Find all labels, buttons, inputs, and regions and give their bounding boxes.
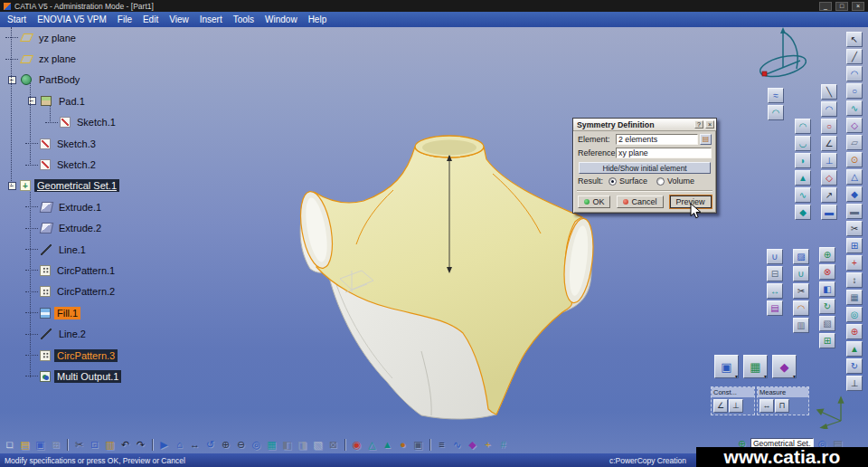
toolbar-button[interactable]: △ <box>364 437 380 452</box>
toolbar-button[interactable]: ● <box>395 437 410 452</box>
tree-item[interactable]: CircPattern.3 <box>2 345 230 366</box>
tree-item-label[interactable]: PartBody <box>36 73 82 86</box>
toolbar-button[interactable]: ▲ <box>795 170 811 186</box>
toolbar-button[interactable]: ⊗ <box>819 264 835 280</box>
tree-expander[interactable] <box>24 249 40 250</box>
toolbar-button[interactable]: ⊖ <box>233 437 249 452</box>
toolbar-button[interactable]: ▬ <box>821 205 837 220</box>
tree-item-label[interactable]: Multi Output.1 <box>54 370 121 383</box>
toolbar-button[interactable]: ◆ <box>465 437 480 452</box>
toolbar-button[interactable]: ▦ ▾ <box>743 355 768 378</box>
toolbar-button[interactable]: ≡ <box>434 437 449 452</box>
toolbar-button[interactable]: ⊙ <box>846 152 863 167</box>
toolbar-button[interactable] <box>341 437 349 452</box>
toolbar-button[interactable]: ↶ <box>118 437 133 452</box>
toolbar-button[interactable]: ◇ <box>846 118 863 133</box>
toolbar-button[interactable]: ⊡ <box>87 437 102 452</box>
tree-item-label[interactable]: CircPattern.1 <box>54 264 118 277</box>
toolbar-button[interactable]: ⊟ <box>767 266 783 281</box>
toolbar-button[interactable]: ▣ <box>33 437 48 452</box>
toolbar-button[interactable]: ◆ <box>795 205 811 220</box>
tree-expander[interactable] <box>24 355 40 356</box>
toolbar-button[interactable]: □ <box>2 437 17 452</box>
tree-item-label[interactable]: Sketch.1 <box>74 116 118 129</box>
tree-item[interactable]: Multi Output.1 <box>2 366 230 386</box>
toolbar-button[interactable]: ◠ <box>768 105 784 120</box>
chevron-down-icon[interactable]: ▾ <box>764 373 767 379</box>
toolbar-button[interactable]: ▶ <box>156 437 172 452</box>
tree-expander[interactable] <box>24 312 40 313</box>
toolbar-button[interactable]: ⌂ <box>172 437 187 452</box>
toolbar-button[interactable] <box>426 437 434 452</box>
toolbar-button[interactable]: ◗ <box>795 153 811 168</box>
toolbar-button[interactable]: ▥ <box>793 318 809 333</box>
toolbar-button[interactable]: ◆ ▾ <box>772 355 797 378</box>
tree-expander[interactable] <box>24 206 40 207</box>
tree-item-label[interactable]: yz plane <box>36 32 79 44</box>
toolbar-button[interactable]: ∿ <box>795 187 811 203</box>
toolbar-button[interactable]: ↔ <box>767 283 783 299</box>
element-input[interactable] <box>616 134 698 145</box>
compass-origin-handle[interactable] <box>762 71 767 76</box>
toolbar-button[interactable]: ╱ <box>846 49 863 64</box>
toolbar-button[interactable]: ▧ <box>310 437 326 452</box>
toolbar-button[interactable]: ○ <box>821 119 837 134</box>
surface-radio-label[interactable]: Surface <box>619 176 647 186</box>
tree-expander[interactable] <box>24 143 40 144</box>
toolbar-button[interactable]: ◇ <box>821 170 837 186</box>
toolbar-button[interactable]: ↗ <box>821 187 837 203</box>
tree-item[interactable]: Line.1 <box>2 239 230 260</box>
toolbar-button[interactable]: ◠ <box>795 119 811 134</box>
toolbar-button[interactable]: ↕ <box>846 272 863 288</box>
toolbar-button[interactable]: ∪ <box>767 249 783 264</box>
toolbar-button[interactable]: + <box>480 437 495 452</box>
menu-item[interactable]: ENOVIA V5 VPM <box>32 13 112 26</box>
toolbar-button[interactable]: # <box>495 437 511 452</box>
toolbar-button[interactable]: ▬ <box>846 204 863 219</box>
reference-input[interactable] <box>616 148 712 158</box>
toolbar-button[interactable]: ∪ <box>793 266 809 281</box>
toolbar-button[interactable]: ⊥ <box>846 376 863 391</box>
toolbar-button[interactable]: ◡ <box>795 136 811 151</box>
tree-item[interactable]: Line.2 <box>2 323 230 344</box>
tree-item[interactable]: CircPattern.1 <box>2 260 230 281</box>
tree-expander[interactable] <box>4 59 20 60</box>
compass-widget[interactable] <box>753 24 811 89</box>
tree-expander[interactable] <box>4 182 20 190</box>
tree-expander[interactable] <box>4 37 20 38</box>
toolbar-button[interactable]: △ <box>846 169 863 185</box>
toolbar-button[interactable]: ▲ <box>380 437 395 452</box>
hide-show-initial-element-button[interactable]: Hide/Show initial element <box>579 162 711 174</box>
toolbar-constraints-title[interactable]: Const... <box>712 387 754 397</box>
toolbar-button[interactable]: ⊕ <box>218 437 233 452</box>
tree-item-label[interactable]: Fill.1 <box>54 307 80 319</box>
toolbar-button[interactable]: ▦ <box>264 437 279 452</box>
menu-item[interactable]: Window <box>259 13 303 26</box>
volume-radio-label[interactable]: Volume <box>667 176 694 186</box>
menu-item[interactable]: Help <box>303 13 333 26</box>
toolbar-button[interactable]: ↷ <box>133 437 148 452</box>
toolbar-button[interactable]: ◠ <box>793 300 809 316</box>
tree-item-label[interactable]: Sketch.2 <box>54 158 99 171</box>
toolbar-button[interactable]: ▤ <box>767 300 783 316</box>
toolbar-button[interactable]: ◆ <box>846 186 863 202</box>
toolbar-button[interactable]: ╲ <box>821 84 837 100</box>
chevron-down-icon[interactable]: ▾ <box>793 373 796 379</box>
tree-expander[interactable] <box>24 228 40 229</box>
tree-item-label[interactable]: Sketch.3 <box>54 138 99 150</box>
surface-radio[interactable] <box>609 177 617 186</box>
tree-item[interactable]: CircPattern.2 <box>2 281 230 302</box>
tree-expander[interactable] <box>24 376 40 376</box>
toolbar-button[interactable]: ↺ <box>203 437 218 452</box>
toolbar-button[interactable]: ⊠ <box>326 437 341 452</box>
tree-item-label[interactable]: Line.2 <box>56 328 89 340</box>
toolbar-button[interactable] <box>63 437 71 452</box>
toolbar-button[interactable]: ≈ <box>768 88 784 103</box>
toolbar-button[interactable]: ▧ <box>819 316 835 331</box>
toolbar-button[interactable] <box>148 437 156 452</box>
tree-expander[interactable] <box>24 165 40 166</box>
toolbar-button[interactable]: ∠ <box>821 136 837 151</box>
tree-item-label[interactable]: Pad.1 <box>56 95 88 108</box>
toolbar-button[interactable]: ▲ <box>846 341 863 357</box>
element-picker-icon[interactable]: ▤ <box>700 134 712 145</box>
